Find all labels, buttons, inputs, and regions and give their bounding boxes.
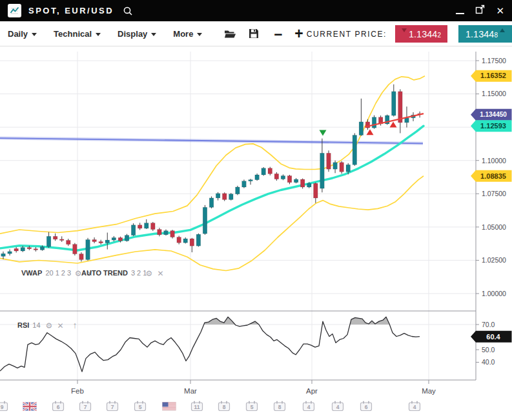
price-badge: 1.134450 [471, 109, 512, 121]
economic-event-calendar-icon[interactable]: 6 [53, 401, 64, 411]
economic-event-calendar-icon[interactable]: 4 [333, 401, 343, 411]
svg-text:11: 11 [194, 404, 200, 410]
economic-event-calendar-icon[interactable]: 7 [80, 401, 91, 411]
remove-icon[interactable]: ✕ [57, 321, 64, 330]
grid [0, 52, 476, 380]
minimize-button[interactable] [456, 13, 464, 14]
zoom-in-button[interactable]: + [294, 26, 303, 41]
search-icon[interactable] [123, 6, 133, 16]
economic-event-calendar-icon[interactable]: 4 [409, 401, 420, 411]
month-label: Apr [306, 387, 318, 395]
economic-event-calendar-icon[interactable]: 8 [219, 401, 230, 411]
candlestick [268, 167, 272, 175]
price-badge: 1.08835 [471, 170, 512, 182]
economic-event-calendar-icon[interactable]: 5 [135, 401, 146, 411]
settings-icon[interactable]: ⚙ [46, 321, 53, 330]
settings-icon[interactable]: ⚙ [75, 269, 82, 278]
svg-text:6: 6 [57, 404, 60, 410]
candlestick [274, 172, 279, 181]
app-logo-icon [8, 4, 21, 17]
menu-timeframe[interactable]: Daily [8, 29, 37, 39]
zoom-out-button[interactable]: – [274, 26, 282, 41]
save-icon[interactable] [249, 28, 259, 39]
menu-display[interactable]: Display [118, 29, 156, 39]
candlestick [236, 186, 240, 195]
candlestick [294, 178, 298, 183]
candlestick [203, 205, 207, 235]
svg-text:1.17500: 1.17500 [482, 57, 506, 65]
candlestick [359, 99, 364, 136]
ask-price-value: 1.1344 [466, 29, 494, 39]
uk-flag-icon[interactable] [23, 403, 37, 411]
rsi-value-badge: 60.4 [471, 331, 512, 343]
candlestick [327, 150, 331, 172]
economic-event-calendar-icon[interactable]: 7 [107, 401, 118, 411]
svg-text:1.16352: 1.16352 [480, 72, 506, 79]
expand-icon[interactable]: ↑ [73, 320, 77, 330]
candlestick [46, 232, 51, 248]
svg-text:1.05000: 1.05000 [482, 223, 506, 231]
settings-icon[interactable]: ⚙ [146, 269, 153, 278]
candlestick [8, 250, 12, 255]
svg-text:5: 5 [251, 404, 254, 410]
candlestick [255, 174, 260, 181]
candlestick [300, 179, 305, 189]
month-label: May [422, 387, 436, 395]
open-folder-icon[interactable] [224, 29, 236, 39]
candlestick [1, 252, 6, 259]
candlestick [53, 234, 57, 241]
menu-technical[interactable]: Technical [54, 29, 101, 39]
candlestick [372, 115, 376, 129]
economic-event-calendar-icon[interactable]: 11 [192, 401, 203, 411]
economic-event-calendar-icon[interactable]: 6 [361, 401, 372, 411]
candlestick [105, 233, 110, 250]
candlestick [73, 243, 77, 255]
candlestick [333, 161, 338, 174]
economic-event-calendar-icon[interactable]: 9 [0, 401, 8, 411]
economic-event-calendar-icon[interactable]: 5 [247, 401, 258, 411]
candlestick [385, 115, 389, 125]
candlestick [398, 89, 403, 133]
svg-text:1.10000: 1.10000 [482, 157, 506, 165]
candlestick [314, 183, 318, 203]
candlestick [365, 119, 370, 130]
month-label: Feb [71, 387, 84, 395]
economic-event-calendar-icon[interactable]: 8 [274, 401, 285, 411]
svg-text:4: 4 [307, 404, 311, 410]
candlestick [131, 223, 136, 236]
svg-text:7: 7 [84, 404, 87, 410]
svg-text:4: 4 [336, 404, 340, 410]
menu-more[interactable]: More [173, 29, 202, 39]
svg-text:RSI14: RSI14 [17, 321, 41, 329]
chevron-down-icon [32, 33, 37, 36]
indicator-label-rsi: RSI14⚙✕↑ [17, 320, 77, 330]
candlestick [261, 167, 266, 175]
candlestick [14, 247, 19, 253]
candlestick [67, 239, 71, 246]
price-badge: 1.16352 [471, 70, 512, 82]
time-axis: FebMarAprMay [71, 380, 436, 395]
us-flag-icon[interactable] [163, 403, 176, 411]
close-icon[interactable]: ✕ [496, 6, 504, 15]
candlestick [34, 247, 38, 252]
svg-text:1.134450: 1.134450 [480, 111, 507, 118]
candlestick [99, 240, 103, 245]
popout-window-button[interactable] [475, 5, 485, 17]
candlestick [158, 228, 162, 236]
svg-text:60.4: 60.4 [486, 333, 500, 341]
svg-text:1.12593: 1.12593 [480, 122, 506, 130]
candlestick [216, 192, 220, 201]
signal-buy-arrow-icon [390, 122, 397, 128]
chart-canvas[interactable]: VWAP20 1 2 3⚙✕AUTO TREND3 2 1⚙✕RSI14⚙✕↑1… [0, 46, 512, 420]
candlestick [170, 230, 175, 238]
economic-events-row: 96775118584464 [0, 401, 420, 411]
remove-icon[interactable]: ✕ [158, 269, 164, 278]
candlestick [125, 234, 129, 242]
price-badge: 1.12593 [471, 120, 512, 132]
candlestick [92, 237, 97, 243]
chevron-down-icon [197, 33, 202, 36]
svg-text:AUTO TREND3 2 1: AUTO TREND3 2 1 [81, 269, 147, 277]
svg-text:1.00000: 1.00000 [482, 290, 506, 297]
economic-event-calendar-icon[interactable]: 4 [303, 401, 314, 411]
indicator-label-auto-trend: AUTO TREND3 2 1⚙✕ [81, 269, 164, 278]
